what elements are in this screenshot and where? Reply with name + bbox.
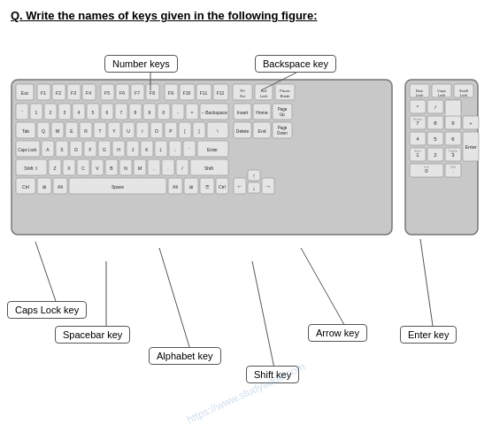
svg-text:': ' (189, 147, 190, 152)
svg-line-232 (159, 248, 190, 350)
svg-text:Insert: Insert (237, 110, 249, 115)
svg-text:8: 8 (135, 110, 137, 115)
label-number-keys: Number keys (104, 55, 178, 73)
svg-rect-0 (12, 80, 392, 235)
svg-text:=: = (191, 110, 194, 115)
svg-text:G: G (103, 147, 106, 152)
svg-text:.: . (167, 166, 168, 171)
svg-text:5: 5 (92, 110, 95, 115)
svg-text:4: 4 (78, 110, 81, 115)
svg-text:F4: F4 (86, 90, 91, 96)
svg-text:Q: Q (42, 128, 45, 134)
svg-text:Del: Del (450, 165, 456, 169)
svg-text:Z: Z (53, 166, 56, 171)
svg-text:Enter: Enter (465, 144, 476, 150)
svg-text:1: 1 (35, 110, 38, 115)
svg-text:Caps Lock: Caps Lock (18, 148, 37, 152)
svg-text:7: 7 (120, 110, 123, 115)
svg-text:Shift ⇧: Shift ⇧ (24, 166, 37, 171)
svg-text:Alt: Alt (58, 184, 63, 189)
svg-text:Break: Break (281, 94, 289, 98)
svg-text:F8: F8 (150, 90, 155, 96)
svg-text:Lock: Lock (416, 93, 423, 97)
svg-text:⊞: ⊞ (189, 184, 193, 189)
svg-text:O: O (155, 128, 158, 134)
svg-text:Alt: Alt (173, 184, 178, 189)
svg-text:Home: Home (413, 117, 423, 121)
label-shift-key: Shift key (246, 366, 299, 383)
svg-line-233 (252, 261, 274, 368)
svg-text:PgDn: PgDn (449, 149, 457, 153)
svg-text:Lock: Lock (438, 93, 445, 97)
svg-text:←: ← (237, 183, 243, 189)
label-enter-key: Enter key (400, 326, 457, 344)
svg-line-234 (301, 248, 347, 329)
svg-text:H: H (117, 147, 120, 152)
svg-text:↓: ↓ (252, 185, 256, 191)
svg-text:Lock: Lock (260, 94, 267, 98)
svg-text:F: F (88, 147, 91, 152)
label-spacebar-key: Spacebar key (55, 326, 130, 344)
svg-rect-103 (273, 122, 292, 138)
svg-text:L: L (160, 147, 163, 152)
svg-text:Page: Page (278, 126, 288, 130)
svg-text:Esc: Esc (21, 90, 29, 96)
svg-text:Page: Page (278, 107, 288, 112)
svg-text:3: 3 (64, 110, 66, 115)
label-arrow-key: Arrow key (308, 324, 367, 342)
svg-text:I: I (142, 128, 142, 134)
svg-text:Ctrl: Ctrl (219, 184, 226, 189)
svg-text:Pause: Pause (280, 89, 290, 93)
svg-text:2: 2 (50, 110, 52, 115)
svg-text:D: D (74, 147, 78, 152)
svg-text:F3: F3 (71, 90, 76, 96)
svg-text:9: 9 (149, 110, 151, 115)
label-alphabet-key: Alphabet key (149, 347, 221, 365)
svg-text:Enter: Enter (207, 147, 218, 152)
svg-text:F10: F10 (183, 90, 191, 96)
svg-text:F9: F9 (168, 90, 173, 96)
svg-text:Tab: Tab (22, 128, 29, 134)
svg-text:F5: F5 (104, 90, 110, 96)
svg-text:;: ; (174, 147, 175, 152)
svg-text:F7: F7 (135, 90, 140, 96)
svg-text:M: M (138, 166, 142, 171)
svg-text:Ctrl: Ctrl (22, 184, 29, 189)
svg-text:6: 6 (106, 110, 109, 115)
svg-text:Space: Space (111, 184, 124, 189)
svg-text:←Backspace: ←Backspace (201, 110, 227, 115)
svg-text:U: U (127, 128, 130, 134)
svg-text:Scrl: Scrl (261, 89, 267, 93)
svg-text:Shift: Shift (204, 166, 214, 171)
svg-text:+: + (469, 120, 473, 126)
svg-text:N: N (124, 166, 127, 171)
svg-text:End: End (414, 149, 420, 153)
svg-text:R: R (84, 128, 88, 134)
svg-text:F1: F1 (41, 90, 46, 96)
svg-text:→: → (265, 183, 272, 189)
svg-text:F11: F11 (200, 90, 208, 96)
keyboard-diagram: Esc F1 F2 F3 F4 F5 F6 F7 F8 F9 F10 F11 F… (7, 49, 485, 252)
label-caps-lock-key: Caps Lock key (7, 301, 87, 319)
label-backspace-key: Backspace key (255, 55, 336, 73)
svg-text:↑: ↑ (252, 173, 256, 179)
svg-text:C: C (81, 166, 85, 171)
svg-text:F12: F12 (217, 90, 225, 96)
svg-text:Prt: Prt (240, 89, 245, 93)
svg-text:Delete: Delete (236, 128, 250, 134)
svg-text:T: T (98, 128, 101, 134)
svg-text:Down: Down (277, 131, 288, 135)
svg-text:0: 0 (163, 110, 165, 115)
svg-text:Scr: Scr (240, 94, 246, 98)
svg-text:End: End (258, 128, 266, 134)
svg-text:Ins: Ins (424, 165, 428, 169)
page-container: Q. Write the names of keys given in the … (0, 0, 492, 448)
svg-rect-68 (273, 104, 292, 120)
svg-text:F2: F2 (56, 90, 61, 96)
svg-text:,: , (153, 166, 154, 171)
svg-text:Lock: Lock (460, 93, 467, 97)
svg-text:⊞: ⊞ (42, 184, 46, 189)
svg-line-235 (420, 239, 434, 332)
question-text: Q. Write the names of keys given in the … (11, 9, 317, 22)
svg-text:W: W (56, 128, 60, 134)
